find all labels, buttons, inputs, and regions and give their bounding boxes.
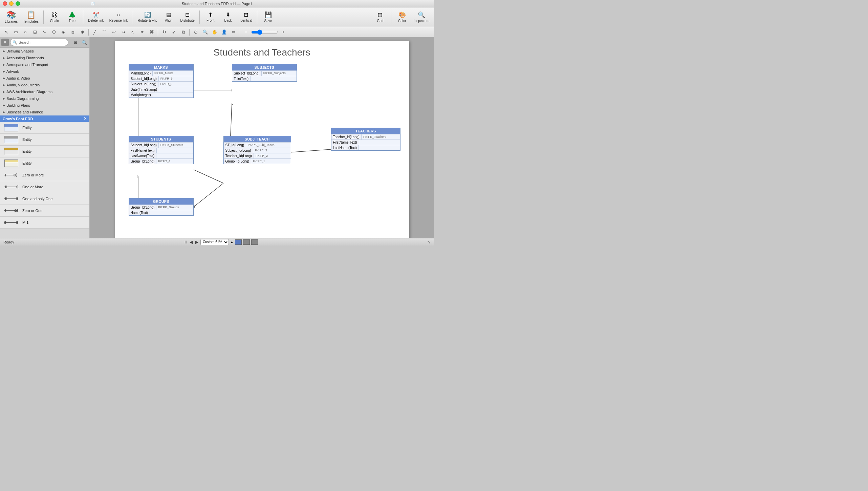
subjects-table[interactable]: SUBJECTS Subject_Id(Long) PK:PK_Subjects… bbox=[232, 64, 297, 82]
rotate-flip-button[interactable]: 🔄 Rotate & Flip bbox=[136, 9, 159, 26]
grid-view-button[interactable]: ⊞ bbox=[72, 39, 79, 46]
groups-header: GROUPS bbox=[129, 198, 193, 205]
sidebar-item-audio-video[interactable]: ▶ Audio & Video bbox=[0, 75, 89, 82]
oval-tool[interactable]: ○ bbox=[21, 28, 30, 36]
list-item[interactable]: Zero or One bbox=[0, 205, 89, 217]
close-section-button[interactable]: ✕ bbox=[84, 116, 87, 121]
shape-label: Entity bbox=[22, 137, 32, 142]
connector-tool[interactable]: ⤷ bbox=[40, 28, 49, 36]
list-item[interactable]: One and only One bbox=[0, 193, 89, 205]
list-item[interactable]: Zero or More bbox=[0, 169, 89, 181]
category-label: Building Plans bbox=[6, 103, 30, 107]
redo-tool[interactable]: ↪ bbox=[119, 28, 128, 36]
table-row: Group_Id(Long) FK:FR_4 bbox=[129, 158, 193, 164]
libraries-button[interactable]: 📚 Libraries bbox=[3, 9, 20, 26]
titlebar: 📄 Students and Teachers ERD.cdd — Page1 bbox=[0, 0, 434, 7]
close-button[interactable] bbox=[3, 1, 7, 6]
user-tool[interactable]: 👤 bbox=[220, 28, 229, 36]
list-item[interactable]: M:1 bbox=[0, 217, 89, 229]
tree-icon: 🌲 bbox=[68, 12, 76, 18]
zero-one-shape bbox=[4, 208, 18, 213]
distribute-button[interactable]: ⊟ Distribute bbox=[178, 9, 196, 26]
front-button[interactable]: ⬆ Front bbox=[202, 9, 219, 26]
table-tool[interactable]: ⊟ bbox=[30, 28, 39, 36]
pen-tool[interactable]: ✒ bbox=[138, 28, 147, 36]
zoom-select[interactable]: Custom 61% 50% 75% 100% 125% 150% bbox=[200, 239, 229, 245]
poly-tool[interactable]: ⬡ bbox=[49, 28, 58, 36]
sidebar-item-accounting[interactable]: ▶ Accounting Flowcharts bbox=[0, 55, 89, 61]
maximize-button[interactable] bbox=[16, 1, 20, 6]
status-text: Ready bbox=[3, 240, 14, 244]
view-mode-3[interactable] bbox=[251, 239, 258, 245]
list-item[interactable]: Entity bbox=[0, 157, 89, 169]
table-row: Mark(Integer) bbox=[129, 92, 193, 98]
minimize-button[interactable] bbox=[9, 1, 14, 6]
table-row: Student_Id(Long) PK:PK_Students bbox=[129, 142, 193, 148]
one-more-shape bbox=[4, 184, 18, 190]
delete-link-button[interactable]: ✂️ Delete link bbox=[86, 9, 106, 26]
select-tool[interactable]: ↖ bbox=[2, 28, 11, 36]
sidebar-item-artwork[interactable]: ▶ Artwork bbox=[0, 68, 89, 75]
prev-page-button[interactable]: ◀ bbox=[189, 240, 193, 244]
smartshape-tool[interactable]: ◈ bbox=[59, 28, 68, 36]
zoom-slider[interactable] bbox=[251, 30, 278, 35]
sidebar-item-business-finance[interactable]: ▶ Business and Finance bbox=[0, 109, 89, 115]
pan-tool[interactable]: ✋ bbox=[210, 28, 219, 36]
sidebar-view-button[interactable]: ≡ bbox=[1, 39, 9, 46]
table-row: Subject_Id(Long) PK:PK_Subjects bbox=[232, 70, 297, 76]
bezier-tool[interactable]: ⌘ bbox=[147, 28, 156, 36]
align-button[interactable]: ▤ Align bbox=[160, 9, 177, 26]
arc-tool[interactable]: ⌒ bbox=[100, 28, 109, 36]
sidebar-item-drawing-shapes[interactable]: ▶ Drawing Shapes bbox=[0, 48, 89, 55]
sidebar-item-aws[interactable]: ▶ AWS Architecture Diagrams bbox=[0, 88, 89, 95]
container-tool[interactable]: ⧈ bbox=[68, 28, 77, 36]
teachers-table[interactable]: TEACHERS Teacher_Id(Long) PK:PK_Teachers… bbox=[331, 128, 400, 151]
table-row: Subject_Id(Long) FK:FR_5 bbox=[129, 81, 193, 87]
search-input[interactable] bbox=[10, 39, 68, 46]
templates-button[interactable]: 📋 Templates bbox=[21, 9, 41, 26]
sidebar-item-aerospace[interactable]: ▶ Aerospace and Transport bbox=[0, 61, 89, 68]
identical-button[interactable]: ⊟ Identical bbox=[238, 9, 254, 26]
back-button[interactable]: ⬇ Back bbox=[220, 9, 236, 26]
sidebar-item-audio-video-media[interactable]: ▶ Audio, Video, Media bbox=[0, 82, 89, 88]
undo-tool[interactable]: ↩ bbox=[109, 28, 118, 36]
sidebar-item-basic-diagramming[interactable]: ▶ Basic Diagramming bbox=[0, 95, 89, 102]
view-mode-2[interactable] bbox=[243, 239, 250, 245]
zoom-in-tool[interactable]: 🔍 bbox=[201, 28, 210, 36]
canvas-area[interactable]: Students and Teachers bbox=[90, 37, 434, 238]
next-page-button[interactable]: ▶ bbox=[195, 240, 199, 244]
marks-header: MARKS bbox=[129, 64, 193, 70]
scale-tool[interactable]: ⤢ bbox=[169, 28, 178, 36]
sidebar-item-building-plans[interactable]: ▶ Building Plans bbox=[0, 102, 89, 109]
crop-tool[interactable]: ⧉ bbox=[179, 28, 188, 36]
chain-button[interactable]: ⛓ Chain bbox=[46, 9, 63, 26]
canvas[interactable]: Students and Teachers bbox=[115, 41, 409, 238]
grid-button[interactable]: ⊞ Grid bbox=[372, 9, 388, 26]
list-item[interactable]: Entity bbox=[0, 122, 89, 134]
pencil-tool[interactable]: ✏ bbox=[229, 28, 238, 36]
groups-table[interactable]: GROUPS Group_Id(Long) PK:PK_Groups Name(… bbox=[129, 198, 194, 216]
expand-tool[interactable]: ⊕ bbox=[78, 28, 87, 36]
rect-tool[interactable]: ▭ bbox=[12, 28, 20, 36]
zoom-minus[interactable]: − bbox=[242, 28, 251, 36]
list-item[interactable]: One or More bbox=[0, 181, 89, 193]
marks-table[interactable]: MARKS MarkId(Long) PK:PK_Marks Student_I… bbox=[129, 64, 194, 98]
line-tool[interactable]: ╱ bbox=[90, 28, 99, 36]
zoom-fit-tool[interactable]: ⊙ bbox=[191, 28, 200, 36]
reverse-link-button[interactable]: ↔ Reverse link bbox=[107, 9, 130, 26]
rotate2-tool[interactable]: ↻ bbox=[160, 28, 169, 36]
zoom-plus[interactable]: + bbox=[279, 28, 288, 36]
pause-button[interactable]: ⏸ bbox=[183, 240, 188, 244]
subj-teach-table[interactable]: SUBJ_TEACH ST_Id(Long) PK:PK_Subj_Teach … bbox=[223, 136, 291, 164]
students-table[interactable]: STUDENTS Student_Id(Long) PK:PK_Students… bbox=[129, 136, 194, 164]
list-item[interactable]: Entity bbox=[0, 146, 89, 157]
freehand-tool[interactable]: ∿ bbox=[128, 28, 137, 36]
color-button[interactable]: 🎨 Color bbox=[394, 9, 410, 26]
filter-button[interactable]: 🔍 bbox=[81, 39, 88, 46]
tree-button[interactable]: 🌲 Tree bbox=[64, 9, 80, 26]
save-button[interactable]: 💾 Save bbox=[260, 9, 276, 26]
list-item[interactable]: Entity bbox=[0, 134, 89, 146]
view-mode-1[interactable] bbox=[235, 239, 242, 245]
table-row: Teacher_Id(Long) FK:FR_2 bbox=[224, 153, 291, 158]
inspectors-button[interactable]: 🔍 Inspectors bbox=[412, 9, 431, 26]
